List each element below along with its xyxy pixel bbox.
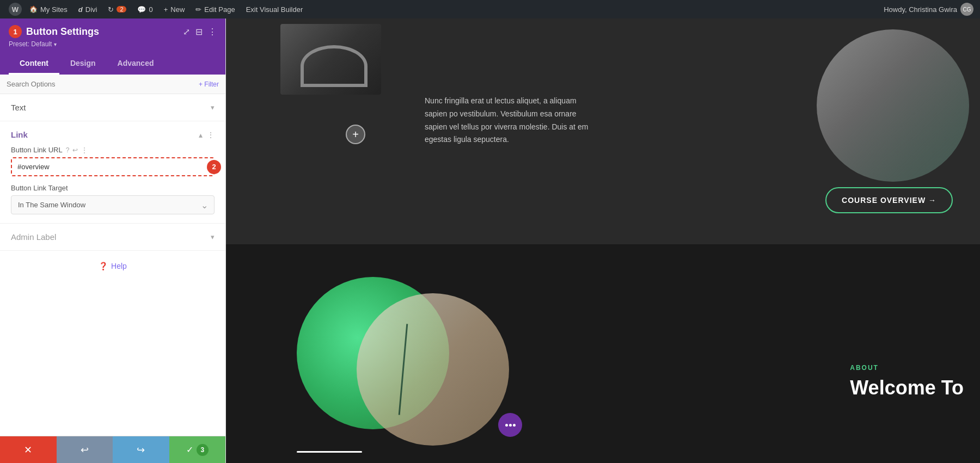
settings-panel: 1 Button Settings ⤢ ⊟ ⋮ Preset: Default …: [0, 18, 226, 463]
save-icon: ✓: [186, 445, 193, 455]
reset-field-icon[interactable]: ↩: [72, 146, 78, 154]
dot-1: [505, 424, 508, 427]
tabs-row: Content Design Advanced: [9, 53, 217, 75]
new-menu[interactable]: + New: [158, 0, 191, 18]
dot-3: [513, 424, 516, 427]
preview-bottom-section: ABOUT Welcome To: [226, 244, 980, 463]
text-section-label: Text: [11, 103, 26, 112]
step-2-badge: 2: [207, 160, 221, 174]
preview-body-text: Nunc fringilla erat ut lectus aliquet, a…: [425, 95, 599, 146]
edit-page-button[interactable]: ✏ Edit Page: [190, 0, 240, 18]
preset-chevron: ▾: [54, 41, 57, 47]
headphones-image: [280, 24, 381, 95]
tab-advanced[interactable]: Advanced: [107, 53, 165, 75]
columns-icon[interactable]: ⊟: [195, 27, 203, 37]
url-input-wrapper: 2: [11, 157, 215, 176]
divi-label: Divi: [85, 5, 97, 14]
redo-button[interactable]: ↪: [113, 436, 169, 463]
url-field-label: Button Link URL: [11, 146, 63, 154]
edit-page-label: Edit Page: [204, 5, 235, 14]
plus-icon: +: [164, 5, 168, 14]
step-1-badge: 1: [9, 25, 22, 38]
preview-panel: + Nunc fringilla erat ut lectus aliquet,…: [226, 18, 980, 463]
link-section-header: Link ▴ ⋮: [11, 121, 215, 146]
comments-menu[interactable]: 💬 0: [132, 0, 158, 18]
redo-icon: ↪: [137, 444, 145, 456]
tab-content[interactable]: Content: [9, 53, 59, 75]
preview-text-block: Nunc fringilla erat ut lectus aliquet, a…: [425, 95, 599, 146]
link-section: Link ▴ ⋮ Button Link URL ? ↩ ⋮ 2: [0, 121, 225, 224]
link-collapse-icon[interactable]: ▴: [199, 131, 203, 139]
preset-row[interactable]: Preset: Default ▾: [9, 40, 217, 48]
target-select-wrapper: In The Same Window In A New Tab: [11, 195, 215, 214]
divi-menu[interactable]: d Divi: [73, 0, 103, 18]
filter-label: + Filter: [199, 81, 219, 88]
welcome-heading: Welcome To: [850, 377, 964, 399]
bottom-line-decorator: [297, 451, 362, 453]
url-input[interactable]: [11, 157, 215, 176]
updates-menu[interactable]: ↻ 2: [102, 0, 132, 18]
pencil-icon: ✏: [195, 5, 201, 14]
reset-icon: ↩: [81, 444, 89, 456]
target-select[interactable]: In The Same Window In A New Tab: [11, 195, 215, 214]
my-sites-menu[interactable]: 🏠 My Sites: [24, 0, 73, 18]
admin-label-section[interactable]: Admin Label ▾: [0, 224, 225, 251]
course-btn-label: COURSE OVERVIEW →: [842, 196, 936, 205]
new-label: New: [170, 5, 185, 14]
preview-top-section: + Nunc fringilla erat ut lectus aliquet,…: [226, 18, 980, 244]
my-sites-label: My Sites: [40, 5, 68, 14]
dot-2: [509, 424, 512, 427]
add-module-button[interactable]: +: [346, 125, 365, 144]
admin-chevron-icon: ▾: [211, 233, 215, 241]
more-field-icon[interactable]: ⋮: [81, 146, 88, 154]
tab-design[interactable]: Design: [59, 53, 107, 75]
save-button[interactable]: ✓ 3: [169, 436, 226, 463]
search-bar: + Filter: [0, 75, 225, 94]
about-label: ABOUT: [850, 364, 964, 372]
panel-header: 1 Button Settings ⤢ ⊟ ⋮ Preset: Default …: [0, 18, 225, 75]
help-label: Help: [111, 262, 127, 270]
target-label: Button Link Target: [11, 184, 215, 192]
admin-label-text: Admin Label: [11, 232, 56, 242]
help-circle-icon: ❓: [99, 262, 108, 270]
help-icon[interactable]: ?: [66, 146, 70, 154]
preset-label: Preset: Default: [9, 40, 52, 48]
help-row[interactable]: ❓ Help: [0, 251, 225, 281]
preview-content: + Nunc fringilla erat ut lectus aliquet,…: [226, 18, 980, 463]
panel-title: Button Settings: [26, 26, 99, 38]
cancel-button[interactable]: ✕: [0, 436, 57, 463]
link-more-icon[interactable]: ⋮: [207, 131, 215, 139]
link-header-icons: ▴ ⋮: [199, 131, 215, 139]
expand-icon[interactable]: ⤢: [183, 27, 190, 37]
cancel-icon: ✕: [24, 444, 32, 456]
url-field-label-row: Button Link URL ? ↩ ⋮: [11, 146, 215, 154]
user-menu[interactable]: Howdy, Christina Gwira CG: [884, 3, 973, 16]
link-section-label: Link: [11, 130, 28, 139]
exit-vb-button[interactable]: Exit Visual Builder: [241, 0, 309, 18]
panel-content: Text ▾ Link ▴ ⋮ Button Link URL ? ↩ ⋮: [0, 94, 225, 436]
circle-image: [817, 29, 969, 182]
course-overview-button[interactable]: COURSE OVERVIEW →: [825, 187, 953, 213]
admin-bar: W 🏠 My Sites d Divi ↻ 2 💬 0 + New ✏ Edit…: [0, 0, 980, 18]
howdy-label: Howdy, Christina Gwira: [884, 5, 957, 14]
main-layout: 1 Button Settings ⤢ ⊟ ⋮ Preset: Default …: [0, 18, 980, 463]
tent-circle: [357, 293, 509, 446]
panel-actions: ⤢ ⊟ ⋮: [183, 27, 217, 37]
more-icon[interactable]: ⋮: [208, 27, 217, 37]
text-chevron-icon: ▾: [211, 103, 215, 112]
wp-icon: W: [9, 3, 22, 16]
wp-logo[interactable]: W: [7, 0, 24, 18]
text-section[interactable]: Text ▾: [0, 94, 225, 121]
exit-vb-label: Exit Visual Builder: [246, 5, 303, 14]
comment-icon: 💬: [137, 5, 146, 14]
avatar: CG: [960, 3, 973, 16]
floating-menu-button[interactable]: [498, 413, 522, 437]
reset-button[interactable]: ↩: [57, 436, 113, 463]
about-section: ABOUT Welcome To: [850, 364, 964, 399]
refresh-icon: ↻: [108, 5, 114, 14]
filter-button[interactable]: + Filter: [199, 81, 219, 88]
updates-count: 2: [117, 6, 126, 13]
step-3-badge: 3: [197, 444, 209, 456]
search-input[interactable]: [7, 80, 199, 88]
bottom-action-bar: ✕ ↩ ↪ ✓ 3: [0, 436, 225, 463]
